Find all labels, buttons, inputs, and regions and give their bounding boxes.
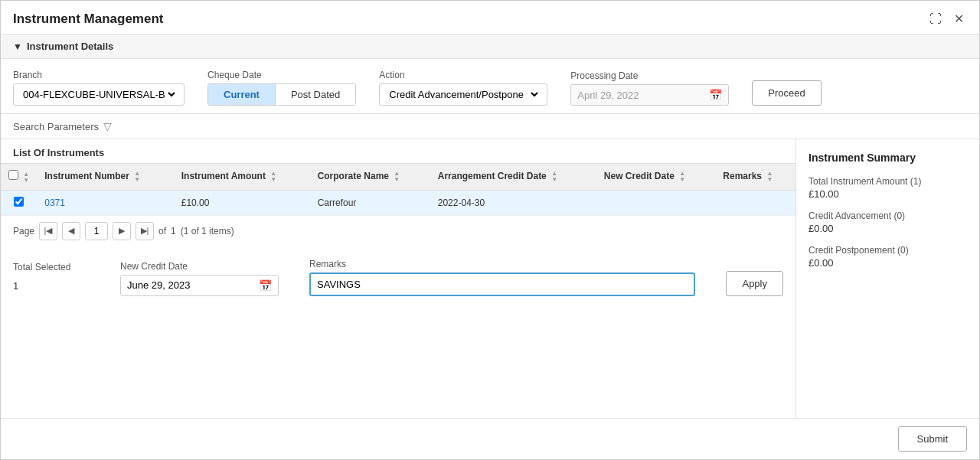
remarks-group: Remarks [309, 259, 695, 296]
cell-remarks [715, 190, 795, 215]
search-parameters-label: Search Parameters [13, 121, 99, 132]
summary-credit-advancement-value: £0.00 [808, 223, 967, 234]
branch-select[interactable]: 004-FLEXCUBE-UNIVERSAL-B [13, 83, 185, 106]
sort-icons-1: ▲▼ [134, 171, 140, 183]
action-group: Action Credit Advancement/Postpone [379, 70, 547, 106]
summary-credit-advancement-label: Credit Advancement (0) [808, 210, 967, 221]
bottom-form: Total Selected 1 New Credit Date 📅 Remar… [1, 246, 795, 304]
sort-icons-3: ▲▼ [394, 171, 400, 183]
col-instrument-number: Instrument Number ▲▼ [37, 164, 173, 191]
cheque-date-group: Cheque Date Current Post Dated [207, 70, 356, 106]
calendar-icon[interactable]: 📅 [709, 89, 722, 101]
remarks-label: Remarks [309, 259, 695, 269]
col-arrangement-credit-date: Arrangement Credit Date ▲▼ [430, 164, 596, 191]
summary-title: Instrument Summary [808, 152, 967, 164]
modal-header: Instrument Management ⛶ ✕ [1, 1, 979, 34]
table-header-row: ▲▼ Instrument Number ▲▼ Instrument Amoun… [1, 164, 795, 191]
action-select-wrap[interactable]: Credit Advancement/Postpone [379, 83, 547, 106]
sort-icons-4: ▲▼ [551, 171, 557, 183]
new-credit-date-label: New Credit Date [120, 261, 279, 272]
summary-credit-postponement-value: £0.00 [808, 257, 967, 269]
new-credit-date-input[interactable] [127, 279, 256, 291]
resize-icon: ⛶ [929, 12, 942, 25]
sort-icons-5: ▲▼ [679, 171, 685, 183]
processing-date-wrap: 📅 [570, 84, 729, 106]
processing-date-input[interactable] [577, 90, 706, 101]
branch-group: Branch 004-FLEXCUBE-UNIVERSAL-B [13, 70, 185, 106]
submit-button[interactable]: Submit [898, 426, 967, 452]
total-selected-value: 1 [13, 276, 90, 296]
remarks-input[interactable] [309, 272, 695, 296]
instrument-details-section[interactable]: ▼ Instrument Details [1, 34, 979, 59]
page-number-input[interactable] [85, 222, 108, 240]
resize-button[interactable]: ⛶ [926, 11, 945, 28]
cheque-postdated-button[interactable]: Post Dated [276, 84, 355, 105]
sort-icons-select: ▲▼ [23, 171, 29, 184]
cell-instrument-amount: £10.00 [174, 190, 310, 215]
prev-page-button[interactable]: ◀ [62, 222, 80, 240]
cheque-date-label: Cheque Date [207, 70, 356, 80]
action-dropdown[interactable]: Credit Advancement/Postpone [386, 88, 541, 101]
proceed-button[interactable]: Proceed [752, 80, 821, 106]
search-parameters-bar[interactable]: Search Parameters ▽ [1, 114, 979, 139]
next-page-button[interactable]: ▶ [113, 222, 131, 240]
cheque-current-button[interactable]: Current [208, 84, 276, 105]
section-label: Instrument Details [27, 41, 113, 52]
col-corporate-name: Corporate Name ▲▼ [310, 164, 430, 191]
summary-total-instrument: Total Instrument Amount (1) £10.00 [808, 176, 967, 200]
table-row: 0371 £10.00 Carrefour 2022-04-30 [1, 190, 795, 215]
pagination-bar: Page |◀ ◀ ▶ ▶| of 1 (1 of 1 items) [1, 216, 795, 246]
items-label: (1 of 1 items) [181, 226, 234, 237]
row-checkbox-cell [1, 190, 37, 215]
select-all-checkbox[interactable] [8, 170, 18, 180]
summary-total-instrument-value: £10.00 [808, 188, 967, 200]
cell-instrument-number: 0371 [37, 190, 173, 215]
cell-arrangement-credit-date: 2022-04-30 [430, 190, 596, 215]
sort-icons-2: ▲▼ [270, 171, 276, 183]
submit-bar: Submit [1, 418, 979, 459]
branch-dropdown[interactable]: 004-FLEXCUBE-UNIVERSAL-B [20, 88, 178, 101]
cell-new-credit-date [596, 190, 716, 215]
last-page-button[interactable]: ▶| [136, 222, 154, 240]
instrument-management-modal: Instrument Management ⛶ ✕ ▼ Instrument D… [0, 0, 980, 460]
new-credit-date-wrap: 📅 [120, 275, 279, 296]
new-credit-date-group: New Credit Date 📅 [120, 261, 279, 296]
summary-total-instrument-label: Total Instrument Amount (1) [808, 176, 967, 187]
summary-panel: Instrument Summary Total Instrument Amou… [795, 139, 979, 418]
summary-credit-advancement: Credit Advancement (0) £0.00 [808, 210, 967, 234]
modal-header-actions: ⛶ ✕ [926, 10, 967, 28]
chevron-icon: ▼ [13, 41, 22, 52]
cheque-date-buttons: Current Post Dated [207, 83, 356, 106]
col-new-credit-date: New Credit Date ▲▼ [596, 164, 716, 191]
col-instrument-amount: Instrument Amount ▲▼ [174, 164, 310, 191]
cell-corporate-name: Carrefour [310, 190, 430, 215]
list-area: List Of Instruments ▲▼ Instrument Number… [1, 139, 795, 418]
filter-icon: ▽ [103, 120, 112, 132]
close-icon: ✕ [954, 12, 964, 25]
header-checkbox-cell: ▲▼ [1, 164, 37, 191]
summary-credit-postponement: Credit Postponement (0) £0.00 [808, 245, 967, 269]
list-title: List Of Instruments [1, 139, 795, 163]
close-button[interactable]: ✕ [951, 10, 967, 28]
instrument-number-link[interactable]: 0371 [44, 197, 65, 208]
processing-date-label: Processing Date [570, 70, 729, 81]
main-content: List Of Instruments ▲▼ Instrument Number… [1, 139, 979, 418]
form-area: Branch 004-FLEXCUBE-UNIVERSAL-B Cheque D… [1, 59, 979, 114]
instruments-table: ▲▼ Instrument Number ▲▼ Instrument Amoun… [1, 163, 795, 216]
calendar-icon-bottom[interactable]: 📅 [259, 279, 272, 292]
processing-date-group: Processing Date 📅 [570, 70, 729, 106]
page-label: Page [13, 226, 34, 237]
first-page-button[interactable]: |◀ [39, 222, 57, 240]
total-pages: 1 [171, 226, 176, 237]
row-checkbox[interactable] [14, 197, 24, 207]
branch-label: Branch [13, 70, 185, 80]
summary-credit-postponement-label: Credit Postponement (0) [808, 245, 967, 256]
of-label: of [158, 226, 166, 237]
sort-icons-6: ▲▼ [766, 171, 773, 183]
action-label: Action [379, 70, 547, 80]
col-remarks: Remarks ▲▼ [715, 164, 795, 191]
total-selected-group: Total Selected 1 [13, 262, 90, 296]
total-selected-label: Total Selected [13, 262, 90, 272]
apply-button[interactable]: Apply [726, 271, 783, 296]
modal-title: Instrument Management [13, 11, 163, 27]
